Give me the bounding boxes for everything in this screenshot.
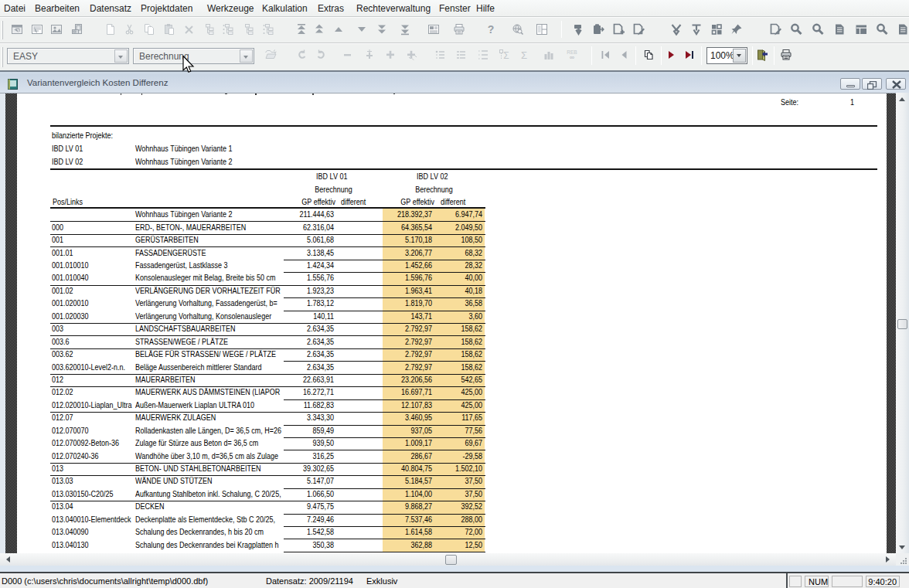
svg-text:∞: ∞: [570, 53, 575, 61]
svg-text:Σ: Σ: [503, 50, 509, 61]
svg-text:Σ: Σ: [521, 49, 527, 61]
svg-text:?: ?: [488, 23, 495, 36]
